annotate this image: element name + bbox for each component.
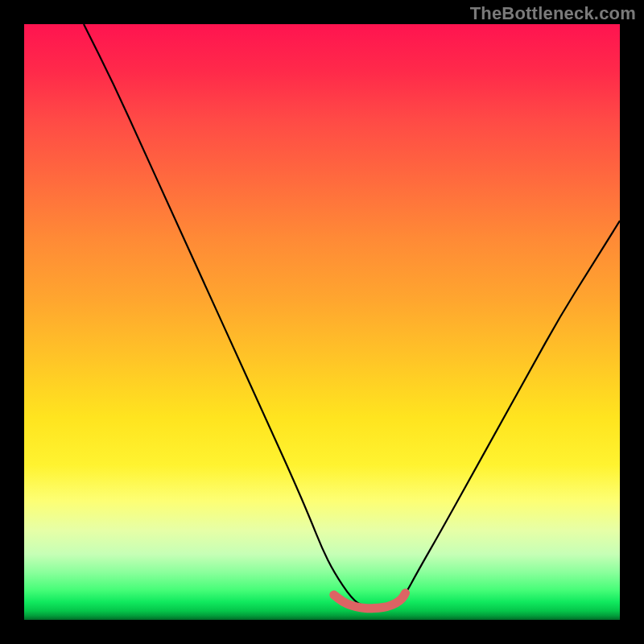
chart-svg [24, 24, 620, 620]
bottleneck-curve [84, 24, 620, 607]
curve-group [84, 24, 620, 609]
sweet-spot-band [334, 593, 406, 609]
watermark-text: TheBottleneck.com [470, 3, 636, 24]
chart-frame: TheBottleneck.com [0, 0, 644, 644]
plot-area [24, 24, 620, 620]
